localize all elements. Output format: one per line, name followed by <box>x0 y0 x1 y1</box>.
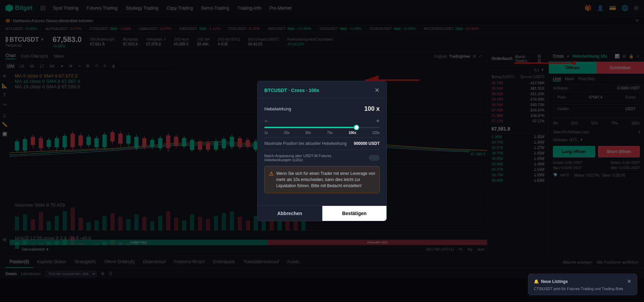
slider-subtract-button[interactable]: − <box>264 118 268 124</box>
leverage-modal: BTCUSDT · Cross · 100x ✕ Hebelwirkung 10… <box>257 81 387 221</box>
slider-mark-75x[interactable]: 75x <box>327 131 333 135</box>
slider-add-sub: − + <box>264 118 380 124</box>
notif-icon: 🔔 <box>534 279 539 284</box>
modal-header: BTCUSDT · Cross · 100x ✕ <box>258 81 386 99</box>
max-position-row: Maximale Position bei aktueller Hebelwir… <box>264 137 380 150</box>
warning-text: Wenn Sie sich für einen Trader mit einer… <box>276 170 375 189</box>
modal-footer: Abbrechen Bestätigen <box>258 206 386 221</box>
modal-body: Hebelwirkung 100 x − + 1x 25x 50x 75x <box>258 99 386 206</box>
leverage-label: Hebelwirkung <box>264 106 291 111</box>
modal-close-button[interactable]: ✕ <box>375 87 380 94</box>
modal-title: BTCUSDT · Cross · 100x <box>264 88 319 93</box>
notif-close-button[interactable]: ✕ <box>627 278 631 285</box>
cancel-button[interactable]: Abbrechen <box>258 206 322 221</box>
slider-mark-1x[interactable]: 1x <box>264 131 268 135</box>
batch-label: Batch-Anpassung aller USDT-M Futures Heb… <box>264 154 353 162</box>
slider-track <box>264 127 380 128</box>
slider-mark-25x[interactable]: 25x <box>284 131 290 135</box>
slider-add-button[interactable]: + <box>376 118 380 124</box>
confirm-button[interactable]: Bestätigen <box>322 206 387 221</box>
slider-mark-50x[interactable]: 50x <box>306 131 311 135</box>
slider-mark-125x[interactable]: 125x <box>372 131 380 135</box>
leverage-value: 100 x <box>364 105 380 112</box>
batch-row: Batch-Anpassung aller USDT-M Futures Heb… <box>264 154 380 162</box>
slider-labels: 1x 25x 50x 75x 100x 125x <box>264 131 380 135</box>
slider-thumb[interactable] <box>354 125 359 130</box>
slider-fill <box>264 127 356 128</box>
batch-toggle[interactable] <box>369 155 380 161</box>
max-pos-label: Maximale Position bei aktueller Hebelwir… <box>264 141 347 146</box>
notif-title: 🔔 Neue Listings <box>534 279 568 284</box>
slider-container: − + 1x 25x 50x 75x 100x 125x <box>264 118 380 135</box>
warning-box: ⚠ Wenn Sie sich für einen Trader mit ein… <box>264 166 380 193</box>
warning-icon: ⚠ <box>269 170 274 189</box>
leverage-badge: 100x <box>309 88 319 93</box>
leverage-display-row: Hebelwirkung 100 x <box>264 105 380 112</box>
modal-overlay: BTCUSDT · Cross · 100x ✕ Hebelwirkung 10… <box>0 0 644 302</box>
max-pos-value: 900000 USDT <box>354 141 380 146</box>
notif-text: CTSIUSDT jetzt für Futures-Trading und T… <box>534 287 631 291</box>
notification-panel: 🔔 Neue Listings ✕ CTSIUSDT jetzt für Fut… <box>528 274 637 295</box>
notif-header: 🔔 Neue Listings ✕ <box>534 278 631 285</box>
slider-mark-100x[interactable]: 100x <box>349 131 356 135</box>
